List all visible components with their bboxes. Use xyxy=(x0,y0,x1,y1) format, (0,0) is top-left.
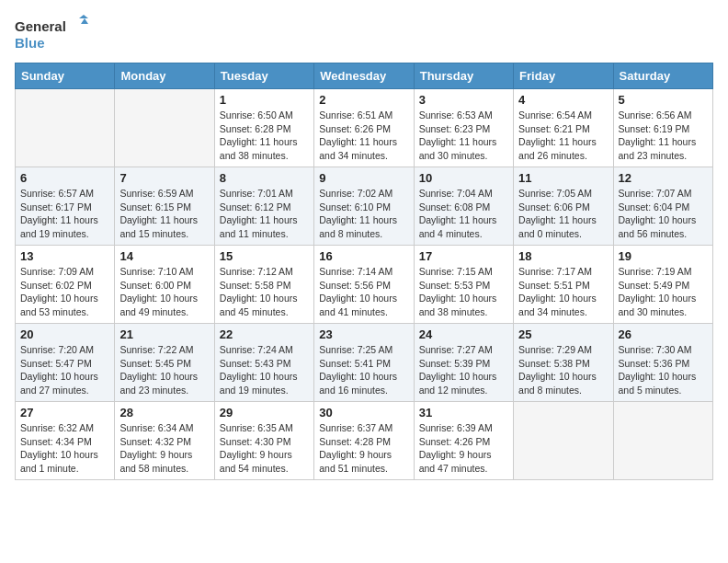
calendar-cell xyxy=(115,89,214,167)
calendar-cell: 9Sunrise: 7:02 AMSunset: 6:10 PMDaylight… xyxy=(314,167,414,246)
calendar-cell: 25Sunrise: 7:29 AMSunset: 5:38 PMDayligh… xyxy=(514,324,613,402)
calendar-week-4: 20Sunrise: 7:20 AMSunset: 5:47 PMDayligh… xyxy=(16,324,713,402)
day-info: Sunrise: 7:12 AMSunset: 5:58 PMDaylight:… xyxy=(220,265,309,319)
weekday-header-sunday: Sunday xyxy=(16,63,115,89)
calendar-cell: 13Sunrise: 7:09 AMSunset: 6:02 PMDayligh… xyxy=(16,246,115,324)
day-info: Sunrise: 7:07 AMSunset: 6:04 PMDaylight:… xyxy=(619,187,708,241)
day-number: 12 xyxy=(619,171,708,185)
day-info: Sunrise: 6:53 AMSunset: 6:23 PMDaylight:… xyxy=(419,109,508,163)
calendar-week-3: 13Sunrise: 7:09 AMSunset: 6:02 PMDayligh… xyxy=(16,246,713,324)
day-number: 4 xyxy=(518,93,608,107)
logo-svg: General Blue xyxy=(15,15,88,55)
day-number: 15 xyxy=(220,249,309,263)
day-info: Sunrise: 7:05 AMSunset: 6:06 PMDaylight:… xyxy=(518,187,608,241)
calendar-cell: 7Sunrise: 6:59 AMSunset: 6:15 PMDaylight… xyxy=(115,167,214,246)
calendar-cell: 11Sunrise: 7:05 AMSunset: 6:06 PMDayligh… xyxy=(514,167,613,246)
calendar-cell: 15Sunrise: 7:12 AMSunset: 5:58 PMDayligh… xyxy=(214,246,313,324)
day-number: 7 xyxy=(119,171,209,185)
calendar-cell: 19Sunrise: 7:19 AMSunset: 5:49 PMDayligh… xyxy=(613,246,712,324)
calendar-cell: 21Sunrise: 7:22 AMSunset: 5:45 PMDayligh… xyxy=(115,324,214,402)
day-number: 20 xyxy=(20,327,109,341)
day-number: 16 xyxy=(319,249,408,263)
day-number: 19 xyxy=(619,249,708,263)
day-info: Sunrise: 6:57 AMSunset: 6:17 PMDaylight:… xyxy=(20,187,109,241)
day-info: Sunrise: 6:56 AMSunset: 6:19 PMDaylight:… xyxy=(619,109,708,163)
day-info: Sunrise: 7:22 AMSunset: 5:45 PMDaylight:… xyxy=(119,343,209,397)
calendar-header: SundayMondayTuesdayWednesdayThursdayFrid… xyxy=(16,63,713,89)
day-number: 27 xyxy=(20,406,109,419)
day-info: Sunrise: 6:51 AMSunset: 6:26 PMDaylight:… xyxy=(319,109,408,163)
calendar-cell: 18Sunrise: 7:17 AMSunset: 5:51 PMDayligh… xyxy=(514,246,613,324)
day-number: 22 xyxy=(220,327,309,341)
calendar-cell: 23Sunrise: 7:25 AMSunset: 5:41 PMDayligh… xyxy=(314,324,414,402)
calendar-cell: 16Sunrise: 7:14 AMSunset: 5:56 PMDayligh… xyxy=(314,246,414,324)
weekday-header-thursday: Thursday xyxy=(414,63,513,89)
day-info: Sunrise: 7:20 AMSunset: 5:47 PMDaylight:… xyxy=(20,343,109,397)
day-number: 14 xyxy=(119,249,209,263)
day-info: Sunrise: 6:32 AMSunset: 4:34 PMDaylight:… xyxy=(20,421,109,476)
day-number: 30 xyxy=(319,406,408,419)
day-info: Sunrise: 7:09 AMSunset: 6:02 PMDaylight:… xyxy=(20,265,109,319)
calendar-cell: 20Sunrise: 7:20 AMSunset: 5:47 PMDayligh… xyxy=(16,324,115,402)
day-number: 24 xyxy=(419,327,508,341)
day-info: Sunrise: 7:25 AMSunset: 5:41 PMDaylight:… xyxy=(319,343,408,397)
weekday-header-wednesday: Wednesday xyxy=(314,63,414,89)
calendar-cell: 26Sunrise: 7:30 AMSunset: 5:36 PMDayligh… xyxy=(613,324,712,402)
day-info: Sunrise: 7:10 AMSunset: 6:00 PMDaylight:… xyxy=(119,265,209,319)
day-number: 2 xyxy=(319,93,408,107)
weekday-header-monday: Monday xyxy=(115,63,214,89)
calendar-cell: 28Sunrise: 6:34 AMSunset: 4:32 PMDayligh… xyxy=(115,402,214,480)
day-info: Sunrise: 6:35 AMSunset: 4:30 PMDaylight:… xyxy=(220,421,309,476)
calendar-cell: 1Sunrise: 6:50 AMSunset: 6:28 PMDaylight… xyxy=(214,89,313,167)
day-number: 11 xyxy=(518,171,608,185)
logo: General Blue xyxy=(15,15,88,55)
calendar-cell: 4Sunrise: 6:54 AMSunset: 6:21 PMDaylight… xyxy=(514,89,613,167)
calendar-table: SundayMondayTuesdayWednesdayThursdayFrid… xyxy=(15,63,713,480)
day-info: Sunrise: 7:30 AMSunset: 5:36 PMDaylight:… xyxy=(619,343,708,397)
svg-text:Blue: Blue xyxy=(15,35,45,51)
calendar-cell: 31Sunrise: 6:39 AMSunset: 4:26 PMDayligh… xyxy=(414,402,513,480)
weekday-header-saturday: Saturday xyxy=(613,63,712,89)
calendar-cell: 5Sunrise: 6:56 AMSunset: 6:19 PMDaylight… xyxy=(613,89,712,167)
day-number: 18 xyxy=(518,249,608,263)
calendar-cell: 8Sunrise: 7:01 AMSunset: 6:12 PMDaylight… xyxy=(214,167,313,246)
day-number: 29 xyxy=(220,406,309,419)
day-info: Sunrise: 6:34 AMSunset: 4:32 PMDaylight:… xyxy=(119,421,209,476)
calendar-cell xyxy=(514,402,613,480)
day-number: 17 xyxy=(419,249,508,263)
calendar-cell: 24Sunrise: 7:27 AMSunset: 5:39 PMDayligh… xyxy=(414,324,513,402)
day-info: Sunrise: 6:37 AMSunset: 4:28 PMDaylight:… xyxy=(319,421,408,476)
calendar-cell: 27Sunrise: 6:32 AMSunset: 4:34 PMDayligh… xyxy=(16,402,115,480)
day-number: 6 xyxy=(20,171,109,185)
calendar-cell xyxy=(613,402,712,480)
day-number: 13 xyxy=(20,249,109,263)
calendar-cell: 17Sunrise: 7:15 AMSunset: 5:53 PMDayligh… xyxy=(414,246,513,324)
day-info: Sunrise: 7:24 AMSunset: 5:43 PMDaylight:… xyxy=(220,343,309,397)
svg-marker-3 xyxy=(81,18,88,24)
day-info: Sunrise: 7:17 AMSunset: 5:51 PMDaylight:… xyxy=(518,265,608,319)
day-number: 1 xyxy=(220,93,309,107)
day-number: 5 xyxy=(619,93,708,107)
calendar-cell: 10Sunrise: 7:04 AMSunset: 6:08 PMDayligh… xyxy=(414,167,513,246)
calendar-week-2: 6Sunrise: 6:57 AMSunset: 6:17 PMDaylight… xyxy=(16,167,713,246)
day-info: Sunrise: 7:15 AMSunset: 5:53 PMDaylight:… xyxy=(419,265,508,319)
day-number: 9 xyxy=(319,171,408,185)
day-info: Sunrise: 6:50 AMSunset: 6:28 PMDaylight:… xyxy=(220,109,309,163)
calendar-body: 1Sunrise: 6:50 AMSunset: 6:28 PMDaylight… xyxy=(16,89,713,480)
day-number: 10 xyxy=(419,171,508,185)
day-info: Sunrise: 7:04 AMSunset: 6:08 PMDaylight:… xyxy=(419,187,508,241)
day-number: 8 xyxy=(220,171,309,185)
day-info: Sunrise: 7:14 AMSunset: 5:56 PMDaylight:… xyxy=(319,265,408,319)
calendar-cell xyxy=(16,89,115,167)
weekday-row: SundayMondayTuesdayWednesdayThursdayFrid… xyxy=(16,63,713,89)
day-number: 23 xyxy=(319,327,408,341)
calendar-cell: 3Sunrise: 6:53 AMSunset: 6:23 PMDaylight… xyxy=(414,89,513,167)
day-info: Sunrise: 7:29 AMSunset: 5:38 PMDaylight:… xyxy=(518,343,608,397)
day-number: 26 xyxy=(619,327,708,341)
page-header: General Blue xyxy=(15,15,713,55)
day-number: 28 xyxy=(119,406,209,419)
calendar-cell: 12Sunrise: 7:07 AMSunset: 6:04 PMDayligh… xyxy=(613,167,712,246)
day-number: 21 xyxy=(119,327,209,341)
calendar-week-1: 1Sunrise: 6:50 AMSunset: 6:28 PMDaylight… xyxy=(16,89,713,167)
calendar-cell: 2Sunrise: 6:51 AMSunset: 6:26 PMDaylight… xyxy=(314,89,414,167)
